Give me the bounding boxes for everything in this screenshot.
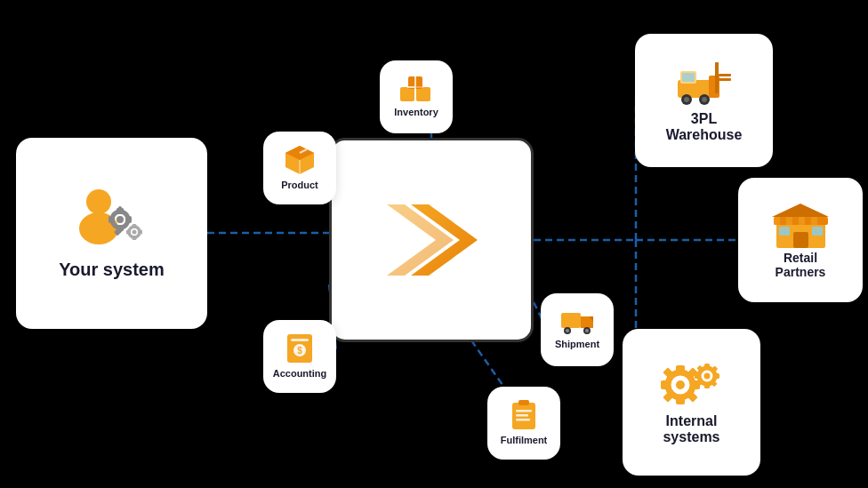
- internal-systems-card: Internal systems: [623, 329, 760, 476]
- svg-point-10: [86, 189, 111, 214]
- hub-icon: [374, 196, 489, 284]
- retail-partners-card: Retail Partners: [738, 178, 863, 302]
- svg-rect-89: [704, 383, 710, 388]
- svg-rect-69: [779, 227, 790, 236]
- product-card: Product: [263, 132, 336, 204]
- shipment-label: Shipment: [555, 338, 599, 350]
- 3pl-label: 3PL Warehouse: [666, 111, 743, 143]
- internal-label: Internal systems: [663, 413, 719, 445]
- svg-rect-24: [132, 236, 136, 240]
- svg-point-77: [676, 380, 685, 389]
- svg-rect-70: [812, 227, 823, 236]
- accounting-card: $ Accounting: [263, 320, 336, 393]
- svg-point-22: [132, 230, 136, 235]
- boxes-icon: [399, 75, 433, 103]
- inventory-card: Inventory: [380, 60, 453, 133]
- svg-rect-30: [416, 87, 430, 101]
- svg-rect-17: [125, 216, 132, 223]
- svg-marker-75: [772, 204, 829, 217]
- svg-rect-91: [714, 373, 719, 379]
- fulfilment-card: Fulfilment: [487, 387, 560, 460]
- inventory-label: Inventory: [394, 106, 438, 118]
- svg-point-47: [566, 329, 569, 332]
- svg-rect-53: [516, 414, 528, 417]
- svg-rect-29: [400, 87, 414, 101]
- your-system-label: Your system: [59, 258, 165, 281]
- 3pl-warehouse-card: 3PL Warehouse: [635, 34, 773, 167]
- svg-point-49: [585, 329, 589, 332]
- diagram: Your system: [0, 0, 868, 488]
- fulfilment-label: Fulfilment: [501, 434, 548, 446]
- retail-label: Retail Partners: [776, 251, 826, 279]
- box-icon: [284, 144, 316, 176]
- svg-rect-88: [704, 364, 710, 369]
- svg-rect-79: [676, 396, 685, 404]
- svg-rect-43: [561, 313, 581, 328]
- dollar-doc-icon: $: [285, 332, 314, 364]
- svg-rect-51: [518, 400, 529, 405]
- svg-rect-26: [138, 230, 142, 235]
- svg-rect-72: [786, 217, 792, 225]
- svg-line-9: [471, 340, 507, 391]
- svg-rect-80: [661, 380, 670, 389]
- store-icon: [772, 202, 830, 251]
- svg-rect-78: [676, 365, 685, 374]
- shipment-card: Shipment: [541, 293, 614, 366]
- svg-rect-65: [682, 73, 695, 82]
- forklift-icon: [673, 58, 735, 111]
- gears-icon: [658, 360, 725, 413]
- svg-rect-54: [516, 419, 530, 421]
- svg-rect-90: [695, 373, 700, 379]
- svg-rect-59: [719, 78, 731, 81]
- svg-rect-52: [516, 410, 532, 412]
- svg-point-87: [704, 372, 711, 379]
- svg-text:$: $: [297, 346, 302, 356]
- svg-point-61: [684, 97, 689, 102]
- accounting-label: Accounting: [273, 367, 327, 380]
- svg-marker-27: [387, 204, 454, 276]
- svg-rect-73: [799, 217, 805, 225]
- svg-rect-68: [793, 232, 808, 248]
- svg-rect-58: [719, 74, 731, 76]
- your-system-card: Your system: [16, 138, 207, 329]
- svg-rect-71: [774, 217, 780, 225]
- svg-rect-74: [811, 217, 817, 225]
- clipboard-icon: [510, 399, 537, 431]
- product-label: Product: [281, 179, 318, 191]
- hub-card: [329, 138, 534, 342]
- svg-rect-25: [126, 230, 131, 235]
- truck-icon: [560, 308, 594, 335]
- svg-rect-57: [715, 62, 719, 93]
- svg-rect-16: [108, 216, 115, 223]
- person-gear-icon: [72, 186, 152, 252]
- svg-point-13: [117, 216, 124, 223]
- svg-point-63: [702, 97, 707, 102]
- svg-rect-23: [132, 224, 136, 228]
- svg-rect-40: [291, 339, 309, 341]
